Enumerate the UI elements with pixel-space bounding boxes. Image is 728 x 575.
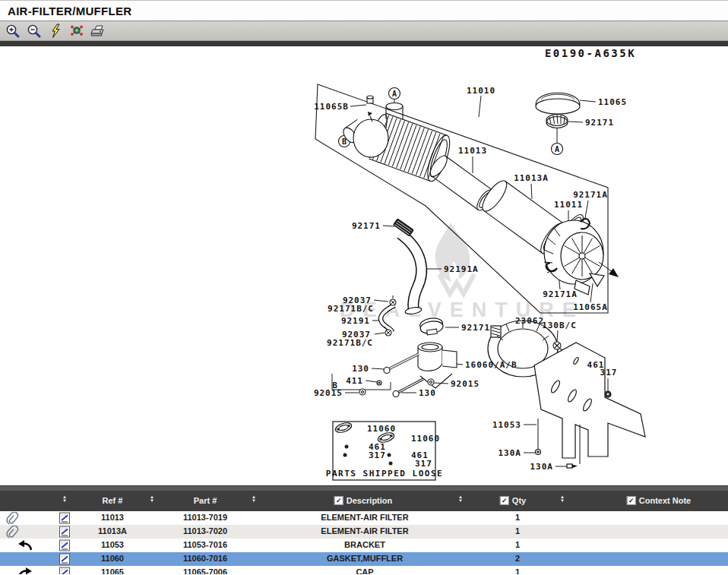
paperclip-icon [4, 526, 22, 539]
part-label[interactable]: 130 [419, 388, 436, 398]
qty-cell: 1 [515, 567, 520, 574]
part-label[interactable]: 130 [352, 364, 369, 374]
detail-doc-icon [59, 567, 71, 574]
part-cell: 11060-7016 [183, 554, 227, 563]
detail-doc-icon [59, 526, 71, 538]
part-label[interactable]: 23062 [515, 316, 544, 326]
part-label[interactable]: 92171 [585, 118, 614, 128]
part-label[interactable]: 317 [369, 450, 386, 460]
qty-checkbox[interactable]: ✓ [500, 496, 509, 505]
table-row[interactable]: 1106011060-7016GASKET,MUFFLER2 [0, 552, 728, 566]
related-parts-button[interactable] [68, 23, 85, 39]
sort-icon[interactable]: ▲▼ [458, 495, 463, 503]
column-header-part[interactable]: Part # [194, 496, 217, 505]
part-label[interactable]: 92015 [314, 388, 343, 398]
zoom-in-icon [5, 24, 21, 39]
hotspot-mode-button[interactable] [47, 23, 64, 39]
part-cell: 11013-7019 [183, 513, 227, 522]
part-label[interactable]: B [342, 137, 347, 146]
part-label[interactable]: 11053 [492, 420, 521, 430]
description-cell: CAP [356, 567, 373, 574]
part-label[interactable]: 11060 [411, 434, 440, 444]
qty-cell: 1 [515, 513, 520, 522]
detail-doc-button[interactable] [59, 526, 71, 539]
part-label[interactable]: 92015 [451, 379, 480, 389]
table-divider [0, 485, 728, 491]
part-label[interactable]: 11013A [514, 173, 549, 183]
ref-cell: 11060 [101, 554, 124, 563]
lightning-icon [50, 24, 62, 39]
ref-cell: 11053 [101, 540, 124, 549]
fitting-16060 [359, 343, 457, 397]
table-row[interactable]: 1106511065-7006CAP1 [0, 566, 728, 574]
part-label[interactable]: 317 [600, 368, 618, 378]
column-header-qty[interactable]: ✓Qty [500, 496, 526, 505]
part-label[interactable]: 92191 [341, 316, 370, 326]
part-label[interactable]: 92171A [573, 190, 608, 200]
detail-doc-button[interactable] [59, 539, 71, 553]
paperclip-icon [4, 512, 22, 525]
part-label[interactable]: 11011 [554, 200, 583, 210]
description-checkbox[interactable]: ✓ [334, 496, 343, 505]
arrow-undo-cell[interactable] [17, 539, 33, 552]
detail-doc-button[interactable] [59, 512, 71, 526]
description-cell: BRACKET [344, 540, 385, 549]
part-label[interactable]: E0190-A635K [545, 47, 636, 59]
table-row[interactable]: 1101311013-7019ELEMENT-AIR FILTER1 [0, 511, 728, 525]
table-row[interactable]: 1105311053-7016BRACKET1 [0, 539, 728, 552]
toolbar-divider [0, 41, 728, 46]
detail-doc-button[interactable] [59, 567, 71, 574]
detail-doc-icon [59, 512, 71, 524]
part-label[interactable]: 11010 [467, 86, 495, 96]
description-cell: ELEMENT-AIR FILTER [321, 513, 408, 522]
table-row[interactable]: 11013A11013-7020ELEMENT-AIR FILTER1 [0, 525, 728, 539]
detail-doc-icon [59, 539, 71, 551]
related-parts-icon [69, 24, 84, 38]
column-header-description[interactable]: ✓Description [334, 496, 393, 505]
sort-icon[interactable]: ▲▼ [252, 495, 256, 503]
arrow-redo-cell[interactable] [17, 567, 33, 574]
sort-icon[interactable]: ▲▼ [560, 495, 565, 503]
part-label[interactable]: 92191A [444, 264, 479, 274]
part-label[interactable]: 11065B [314, 102, 349, 112]
column-header-context-note[interactable]: ✓Context Note [627, 496, 691, 505]
part-label[interactable]: 130A [530, 462, 554, 472]
part-label[interactable]: 92171B/C [327, 338, 373, 348]
print-button[interactable] [90, 23, 106, 39]
arrow-undo-icon [17, 539, 33, 551]
zoom-out-button[interactable] [26, 23, 43, 39]
part-label[interactable]: 16060/A/B [465, 360, 518, 370]
qty-cell: 1 [515, 526, 520, 536]
column-header-ref[interactable]: Ref # [103, 496, 123, 505]
part-cell: 11013-7020 [183, 526, 227, 536]
ref-cell: 11013A [98, 526, 127, 536]
clamp-92171-top [546, 115, 568, 128]
context-note-checkbox[interactable]: ✓ [627, 496, 636, 505]
part-label[interactable]: 11013 [458, 146, 487, 156]
part-label[interactable]: 92171A [543, 289, 578, 299]
part-label[interactable]: 130B/C [542, 321, 577, 330]
page-title: AIR-FILTER/MUFFLER [0, 5, 131, 17]
ref-cell: 11013 [101, 513, 124, 522]
part-label[interactable]: A [555, 145, 559, 153]
part-label[interactable]: 92171 [352, 221, 381, 231]
parts-catalog-window: AIR-FILTER/MUFFLER [0, 0, 728, 575]
cap-11065 [536, 93, 580, 114]
sort-icon[interactable]: ▲▼ [62, 495, 67, 503]
part-label[interactable]: 11065A [573, 302, 608, 312]
diagram-svg: DEALVENTURE [0, 46, 728, 485]
part-label[interactable]: 11065 [598, 97, 627, 107]
part-label[interactable]: 92171B/C [328, 304, 374, 314]
zoom-in-button[interactable] [5, 23, 21, 39]
sort-icon[interactable]: ▲▼ [150, 495, 154, 503]
part-label[interactable]: 411 [346, 376, 363, 386]
part-label[interactable]: A [392, 90, 397, 98]
detail-doc-button[interactable] [59, 553, 71, 567]
part-label[interactable]: PARTS SHIPPED LOOSE [326, 469, 443, 479]
part-label[interactable]: 92171 [461, 323, 490, 333]
table-body: 1101311013-7019ELEMENT-AIR FILTER111013A… [0, 511, 728, 574]
part-label[interactable]: 130A [499, 448, 522, 458]
detail-doc-icon [59, 553, 71, 565]
part-label[interactable]: 11060 [367, 424, 396, 434]
part-label[interactable]: 317 [415, 459, 432, 469]
